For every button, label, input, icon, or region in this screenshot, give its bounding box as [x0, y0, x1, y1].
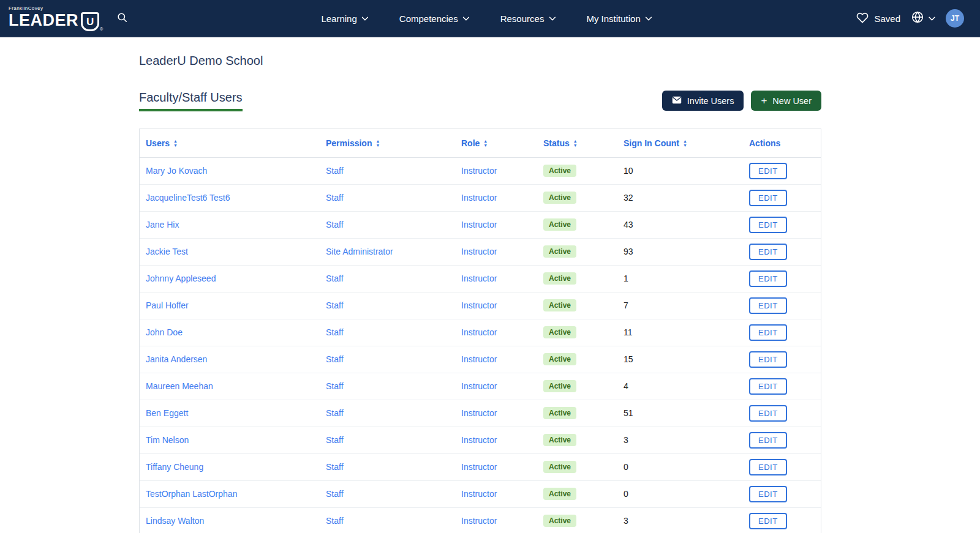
edit-button[interactable]: EDIT [749, 432, 787, 449]
edit-button[interactable]: EDIT [749, 217, 787, 233]
edit-button[interactable]: EDIT [749, 163, 787, 179]
search-button[interactable] [116, 12, 128, 26]
user-name-link[interactable]: Tiffany Cheung [146, 462, 203, 472]
status-badge: Active [543, 461, 576, 473]
nav-item-label: Learning [321, 13, 356, 24]
permission-link[interactable]: Staff [326, 381, 344, 391]
user-name-link[interactable]: TestOrphan LastOrphan [146, 489, 237, 499]
role-link[interactable]: Instructor [461, 354, 497, 364]
sign-in-count: 0 [624, 462, 628, 472]
nav-item-label: Resources [500, 13, 545, 24]
permission-link[interactable]: Staff [326, 408, 344, 418]
avatar[interactable]: JT [946, 9, 964, 28]
role-link[interactable]: Instructor [461, 408, 497, 418]
shield-u-icon: U [81, 12, 99, 31]
page-title: LeaderU Demo School [139, 54, 821, 68]
sign-in-count: 11 [624, 327, 633, 337]
permission-link[interactable]: Staff [326, 274, 344, 283]
column-header-sign-in-count[interactable]: Sign In Count▲▼ [624, 129, 749, 157]
new-user-button[interactable]: + New User [751, 91, 821, 111]
edit-button[interactable]: EDIT [749, 405, 787, 422]
table-row: Tiffany Cheung Staff Instructor Active 0… [140, 453, 821, 480]
user-name-link[interactable]: Maureen Meehan [146, 381, 213, 391]
column-label: Role [461, 138, 480, 148]
user-name-link[interactable]: JacquelineTest6 Test6 [146, 193, 230, 203]
edit-button[interactable]: EDIT [749, 270, 787, 287]
user-name-link[interactable]: John Doe [146, 327, 183, 337]
permission-link[interactable]: Staff [326, 327, 344, 337]
table-row: Johnny Appleseed Staff Instructor Active… [140, 265, 821, 292]
edit-button[interactable]: EDIT [749, 459, 787, 475]
nav-item-my-institution[interactable]: My Institution [586, 13, 652, 24]
search-icon [116, 12, 128, 26]
role-link[interactable]: Instructor [461, 300, 497, 310]
edit-button[interactable]: EDIT [749, 351, 787, 368]
permission-link[interactable]: Site Administrator [326, 247, 393, 256]
permission-link[interactable]: Staff [326, 462, 344, 472]
edit-button[interactable]: EDIT [749, 486, 787, 502]
column-header-status[interactable]: Status▲▼ [543, 129, 624, 157]
sign-in-count: 4 [624, 381, 628, 391]
role-link[interactable]: Instructor [461, 327, 497, 337]
role-link[interactable]: Instructor [461, 462, 497, 472]
user-name-link[interactable]: Janita Andersen [146, 354, 207, 364]
edit-button[interactable]: EDIT [749, 190, 787, 206]
role-link[interactable]: Instructor [461, 435, 497, 445]
sign-in-count: 1 [624, 274, 628, 283]
section-header-row: Faculty/Staff Users Invite Users + New U… [139, 91, 821, 111]
invite-users-button[interactable]: Invite Users [662, 91, 744, 111]
user-name-link[interactable]: Lindsay Walton [146, 516, 204, 526]
edit-button[interactable]: EDIT [749, 324, 787, 341]
table-row: Paul Hoffer Staff Instructor Active 7 ED… [140, 292, 821, 319]
user-name-link[interactable]: Paul Hoffer [146, 300, 189, 310]
edit-button[interactable]: EDIT [749, 378, 787, 395]
status-badge: Active [543, 407, 576, 419]
user-name-link[interactable]: Mary Jo Kovach [146, 166, 207, 176]
status-badge: Active [543, 434, 576, 446]
permission-link[interactable]: Staff [326, 489, 344, 499]
permission-link[interactable]: Staff [326, 166, 344, 176]
logo-company-text: FranklinCovey [9, 6, 103, 11]
edit-button[interactable]: EDIT [749, 513, 787, 529]
user-name-link[interactable]: Tim Nelson [146, 435, 189, 445]
edit-button[interactable]: EDIT [749, 244, 787, 260]
nav-item-competencies[interactable]: Competencies [399, 13, 470, 24]
permission-link[interactable]: Staff [326, 193, 344, 203]
main-nav: LearningCompetenciesResourcesMy Institut… [321, 0, 652, 37]
role-link[interactable]: Instructor [461, 274, 497, 283]
user-name-link[interactable]: Jackie Test [146, 247, 188, 256]
role-link[interactable]: Instructor [461, 489, 497, 499]
permission-link[interactable]: Staff [326, 354, 344, 364]
language-selector[interactable] [911, 10, 935, 26]
saved-button[interactable]: Saved [856, 12, 900, 25]
role-link[interactable]: Instructor [461, 247, 497, 256]
nav-item-learning[interactable]: Learning [321, 13, 368, 24]
role-link[interactable]: Instructor [461, 220, 497, 229]
chevron-down-icon [362, 17, 369, 21]
nav-item-resources[interactable]: Resources [500, 13, 556, 24]
column-header-permission[interactable]: Permission▲▼ [326, 129, 461, 157]
table-row: John Doe Staff Instructor Active 11 EDIT [140, 319, 821, 346]
leaderu-logo[interactable]: FranklinCovey LEADER U ® [9, 6, 103, 31]
status-badge: Active [543, 192, 576, 204]
permission-link[interactable]: Staff [326, 220, 344, 229]
column-header-users[interactable]: Users▲▼ [140, 129, 326, 157]
permission-link[interactable]: Staff [326, 435, 344, 445]
sign-in-count: 3 [624, 516, 628, 526]
column-header-role[interactable]: Role▲▼ [461, 129, 543, 157]
sort-icon: ▲▼ [173, 140, 178, 147]
column-label: Sign In Count [624, 138, 679, 148]
permission-link[interactable]: Staff [326, 516, 344, 526]
user-name-link[interactable]: Ben Eggett [146, 408, 188, 418]
role-link[interactable]: Instructor [461, 166, 497, 176]
role-link[interactable]: Instructor [461, 516, 497, 526]
role-link[interactable]: Instructor [461, 381, 497, 391]
user-name-link[interactable]: Jane Hix [146, 220, 179, 229]
edit-button[interactable]: EDIT [749, 297, 787, 314]
sign-in-count: 15 [624, 354, 633, 364]
user-name-link[interactable]: Johnny Appleseed [146, 274, 216, 283]
permission-link[interactable]: Staff [326, 300, 344, 310]
role-link[interactable]: Instructor [461, 193, 497, 203]
table-row: JacquelineTest6 Test6 Staff Instructor A… [140, 184, 821, 211]
status-badge: Active [543, 165, 576, 177]
